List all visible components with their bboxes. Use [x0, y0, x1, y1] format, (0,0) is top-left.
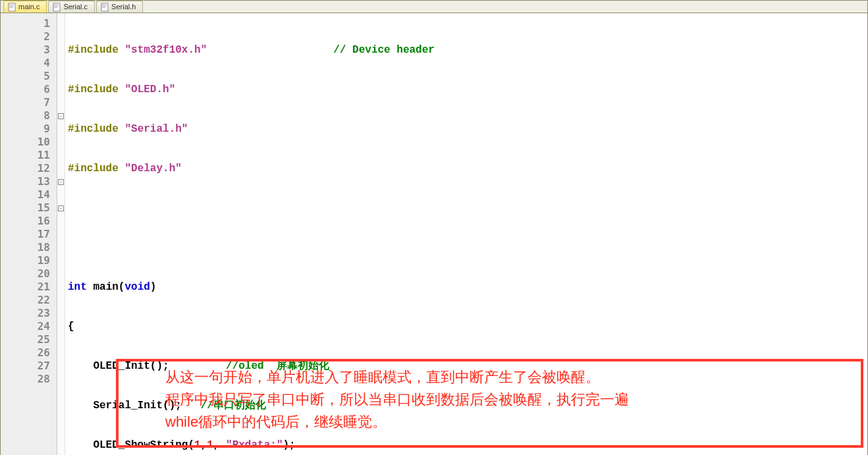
code-line: [68, 201, 867, 215]
code-line: #include "Delay.h": [68, 162, 867, 175]
tab-label: main.c: [18, 3, 40, 11]
line-number: 5: [1, 70, 50, 83]
fold-cell: [57, 188, 65, 201]
svg-rect-6: [54, 6, 59, 7]
code-line: OLED_Init(); //oled 屏幕初始化: [68, 360, 867, 373]
code-line: Serial_Init(); //串口初始化: [68, 399, 867, 412]
svg-rect-1: [9, 5, 13, 5]
fold-cell: [57, 215, 65, 228]
svg-rect-11: [102, 7, 105, 8]
fold-cell: [57, 17, 65, 30]
line-number: 26: [1, 346, 50, 360]
svg-rect-5: [54, 5, 58, 5]
fold-toggle-icon[interactable]: -: [58, 205, 64, 211]
fold-cell: [57, 70, 65, 83]
svg-rect-7: [54, 7, 57, 8]
line-number: 7: [1, 96, 50, 109]
line-number: 2: [1, 30, 50, 43]
code-line: #include "stm32f10x.h" // Device header: [68, 43, 867, 57]
line-number: 11: [1, 149, 50, 162]
fold-cell: [57, 96, 65, 109]
line-number: 21: [1, 281, 50, 294]
fold-cell: [57, 294, 65, 307]
fold-cell: [57, 57, 65, 70]
line-number: 14: [1, 188, 50, 201]
svg-rect-2: [9, 6, 14, 7]
code-line: int main(void): [68, 281, 867, 294]
fold-cell: [57, 122, 65, 136]
fold-cell: [57, 333, 65, 346]
fold-cell: -: [57, 175, 65, 188]
fold-toggle-icon[interactable]: -: [58, 113, 64, 119]
line-number: 19: [1, 254, 50, 267]
line-number: 20: [1, 267, 50, 281]
file-c-icon: [8, 3, 16, 12]
fold-cell: [57, 83, 65, 96]
line-number: 3: [1, 43, 50, 57]
fold-cell: -: [57, 201, 65, 215]
fold-cell: [57, 346, 65, 360]
file-h-icon: [101, 3, 109, 12]
svg-rect-9: [102, 5, 106, 5]
line-number: 18: [1, 241, 50, 254]
line-number-gutter: 1234567891011121314151617181920212223242…: [1, 13, 57, 455]
fold-cell: [57, 373, 65, 386]
line-number: 17: [1, 228, 50, 241]
line-number: 4: [1, 57, 50, 70]
line-number: 27: [1, 360, 50, 373]
line-number: 25: [1, 333, 50, 346]
line-number: 22: [1, 294, 50, 307]
line-number: 28: [1, 373, 50, 386]
fold-column: ---: [57, 13, 65, 455]
code-line: {: [68, 320, 867, 333]
fold-cell: -: [57, 109, 65, 122]
fold-cell: [57, 136, 65, 149]
code-area[interactable]: #include "stm32f10x.h" // Device header …: [65, 13, 867, 455]
line-number: 16: [1, 215, 50, 228]
line-number: 8: [1, 109, 50, 122]
fold-cell: [57, 320, 65, 333]
fold-cell: [57, 267, 65, 281]
fold-cell: [57, 254, 65, 267]
fold-cell: [57, 281, 65, 294]
tab-serial-h[interactable]: Serial.h: [96, 1, 143, 13]
editor-window: main.c Serial.c Serial.h 123456789101112…: [0, 0, 868, 455]
line-number: 15: [1, 201, 50, 215]
code-line: [68, 241, 867, 254]
fold-cell: [57, 241, 65, 254]
line-number: 13: [1, 175, 50, 188]
svg-rect-3: [9, 7, 13, 8]
line-number: 9: [1, 122, 50, 136]
fold-cell: [57, 162, 65, 175]
tab-label: Serial.h: [111, 3, 136, 11]
tab-bar: main.c Serial.c Serial.h: [1, 1, 867, 13]
line-number: 6: [1, 83, 50, 96]
tab-main-c[interactable]: main.c: [3, 1, 47, 13]
code-editor[interactable]: 1234567891011121314151617181920212223242…: [1, 13, 867, 455]
line-number: 10: [1, 136, 50, 149]
fold-cell: [57, 307, 65, 320]
fold-cell: [57, 43, 65, 57]
line-number: 12: [1, 162, 50, 175]
file-c-icon: [53, 3, 61, 12]
fold-cell: [57, 149, 65, 162]
line-number: 23: [1, 307, 50, 320]
tab-label: Serial.c: [63, 3, 88, 11]
code-line: #include "Serial.h": [68, 122, 867, 136]
line-number: 24: [1, 320, 50, 333]
line-number: 1: [1, 17, 50, 30]
fold-toggle-icon[interactable]: -: [58, 179, 64, 185]
code-line: OLED_ShowString(1,1, "Rxdata:");: [68, 439, 867, 452]
svg-rect-10: [102, 6, 107, 7]
fold-cell: [57, 360, 65, 373]
tab-serial-c[interactable]: Serial.c: [48, 1, 95, 13]
code-line: #include "OLED.h": [68, 83, 867, 96]
fold-cell: [57, 228, 65, 241]
fold-cell: [57, 30, 65, 43]
